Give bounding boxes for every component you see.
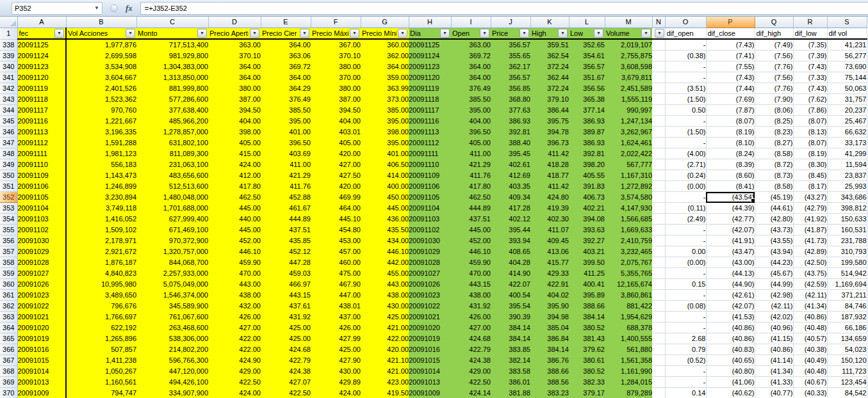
cell-B370[interactable]: 794,747 [66,388,136,398]
cell-P368[interactable]: (40.80) [706,366,755,377]
cell-R358[interactable]: (42.50) [793,257,827,268]
cell-N350[interactable] [652,170,665,181]
cell-K360[interactable]: 422.91 [530,279,569,290]
row-header-348[interactable]: 348 [0,148,17,159]
cell-S363[interactable]: 187,932 [827,312,867,322]
field-header-dif-high[interactable]: dif_high [755,28,793,40]
field-header-precio-m-xim[interactable]: Precio Máxim▼ [311,28,361,40]
row-header-343[interactable]: 343 [0,94,17,105]
row-header-354[interactable]: 354 [0,214,17,225]
cell-I357[interactable]: 446.10 [451,246,491,257]
cell-N339[interactable] [652,51,665,61]
cell-S342[interactable]: 50,063 [827,83,867,94]
cell-Q362[interactable]: (42.11) [755,301,793,312]
cell-E368[interactable]: 424.38 [261,366,311,377]
cell-I360[interactable]: 443.15 [451,279,491,290]
field-header-dif-low[interactable]: dif_low [793,28,827,40]
cell-G345[interactable]: 395.00 [361,116,409,127]
cell-A366[interactable]: 20091016 [17,344,66,355]
cell-O341[interactable]: - [665,72,706,83]
cell-K352[interactable]: 424.80 [530,192,569,203]
cell-N342[interactable] [652,83,665,94]
cell-E348[interactable]: 403.69 [261,148,311,159]
cell-C351[interactable]: 512,513,600 [136,181,208,192]
cell-L348[interactable]: 392.81 [569,148,605,159]
cell-M351[interactable]: 1,272,892 [605,181,652,192]
cell-D340[interactable]: 364.00 [208,61,261,72]
row-header-353[interactable]: 353 [0,203,17,214]
cell-H345[interactable]: 20091116 [409,116,451,127]
cell-Q356[interactable]: (43.55) [755,235,793,246]
cell-M359[interactable]: 5,355,765 [605,268,652,279]
cell-B345[interactable]: 1,221,667 [66,116,136,127]
cell-C344[interactable]: 377,638,400 [136,105,208,116]
row-header-358[interactable]: 358 [0,257,17,268]
cell-B354[interactable]: 1,416,052 [66,214,136,225]
cell-H370[interactable]: 20091009 [409,388,451,398]
cell-R348[interactable]: (8.19) [793,148,827,159]
cell-E360[interactable]: 466.97 [261,279,311,290]
cell-A343[interactable]: 20091118 [17,94,66,105]
cell-S354[interactable]: 150,633 [827,214,867,225]
cell-A362[interactable]: 20091022 [17,301,66,312]
cell-D346[interactable]: 398.00 [208,127,261,138]
cell-I339[interactable]: 369.72 [451,51,491,61]
cell-O364[interactable]: - [665,322,706,333]
cell-L356[interactable]: 392.27 [569,235,605,246]
field-header-high[interactable]: High▼ [530,28,569,40]
cell-A350[interactable]: 20091109 [17,170,66,181]
insert-function-icon[interactable]: fx [126,3,133,13]
column-header-O[interactable]: O [665,17,706,28]
cell-N352[interactable] [652,192,665,203]
cell-N349[interactable] [652,159,665,170]
cell-J342[interactable]: 356.85 [491,83,530,94]
cell-P363[interactable]: (41.53) [706,312,755,322]
cell-Q359[interactable]: (45.67) [755,268,793,279]
cell-D339[interactable]: 370.10 [208,51,261,61]
cell-N370[interactable] [652,388,665,398]
filter-dropdown-icon[interactable]: ▼ [398,29,407,38]
field-header-vol-acciones[interactable]: Vol Acciones▼ [66,28,136,40]
cell-C368[interactable]: 447,120,000 [136,366,208,377]
cell-Q352[interactable]: (45.19) [755,192,793,203]
cell-G353[interactable]: 445.00 [361,203,409,214]
cell-S338[interactable]: 41,231 [827,39,867,51]
row-header-352[interactable]: 352 [0,192,17,203]
cell-G365[interactable]: 422.00 [361,333,409,344]
cell-F340[interactable]: 380.00 [311,61,361,72]
cell-E358[interactable]: 447.28 [261,257,311,268]
cell-L351[interactable]: 391.83 [569,181,605,192]
cell-H364[interactable]: 20091020 [409,322,451,333]
cell-P367[interactable]: (40.65) [706,355,755,366]
cell-E361[interactable]: 443.15 [261,290,311,301]
cell-I343[interactable]: 385.50 [451,94,491,105]
cell-F342[interactable]: 380.00 [311,83,361,94]
row-header-341[interactable]: 341 [0,72,17,83]
cell-S340[interactable]: 73,690 [827,61,867,72]
cell-S364[interactable]: 66,186 [827,322,867,333]
cell-H347[interactable]: 20091112 [409,138,451,148]
cell-J340[interactable]: 362.17 [491,61,530,72]
cell-D348[interactable]: 415.00 [208,148,261,159]
cell-R355[interactable]: (41.87) [793,225,827,235]
cell-D344[interactable]: 394.50 [208,105,261,116]
cell-H350[interactable]: 20091109 [409,170,451,181]
cell-Q368[interactable]: (41.34) [755,366,793,377]
cell-D359[interactable]: 470.00 [208,268,261,279]
cell-J365[interactable]: 384.14 [491,333,530,344]
cell-P346[interactable]: (8.19) [706,127,755,138]
cell-O345[interactable]: - [665,116,706,127]
cell-J353[interactable]: 417.28 [491,203,530,214]
cell-K353[interactable]: 419.39 [530,203,569,214]
cell-E359[interactable]: 459.03 [261,268,311,279]
cell-P355[interactable]: (42.07) [706,225,755,235]
cell-C360[interactable]: 5,075,049,000 [136,279,208,290]
cell-F355[interactable]: 454.80 [311,225,361,235]
cell-O352[interactable]: - [665,192,706,203]
cell-B344[interactable]: 970,760 [66,105,136,116]
cell-K357[interactable]: 413.06 [530,246,569,257]
cell-E350[interactable]: 421.29 [261,170,311,181]
cell-S355[interactable]: 160,531 [827,225,867,235]
formula-input[interactable]: =+J352-E352 [140,2,868,15]
cell-M341[interactable]: 3,679,811 [605,72,652,83]
